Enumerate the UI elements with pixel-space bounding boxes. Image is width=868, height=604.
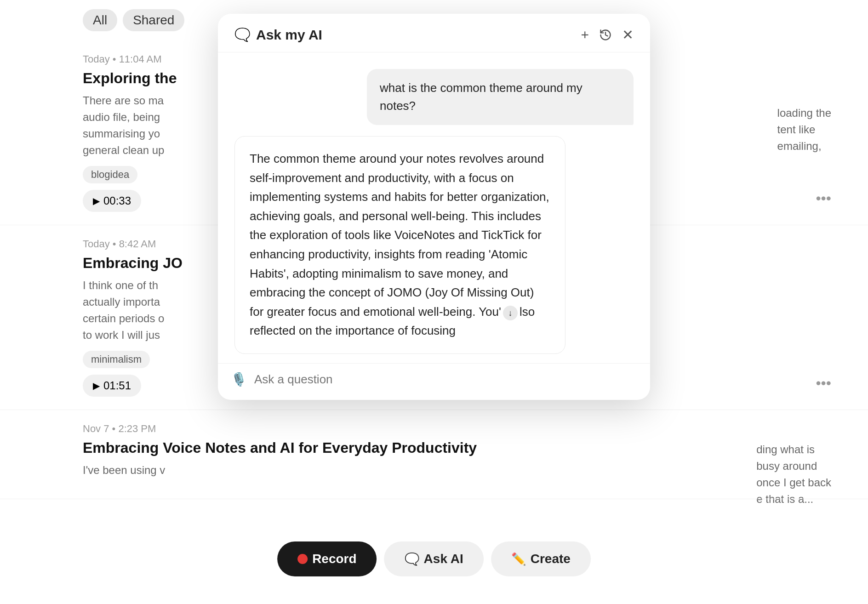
modal-input-area: 🎙️ (218, 363, 650, 400)
chat-area[interactable]: what is the common theme around my notes… (218, 52, 650, 363)
create-icon: ✏️ (511, 552, 526, 566)
note-title-3: Embracing Voice Notes and AI for Everyda… (83, 439, 785, 456)
user-message: what is the common theme around my notes… (367, 69, 634, 125)
bottom-toolbar: Record 🗨️ Ask AI ✏️ Create (277, 541, 591, 576)
note-more-2[interactable]: ••• (816, 375, 831, 392)
close-button[interactable]: ✕ (622, 27, 634, 43)
ai-brain-icon: 🗨️ (234, 27, 251, 42)
note-audio-2[interactable]: ▶ 01:51 (83, 375, 141, 397)
scroll-down-indicator: ↓ (503, 306, 518, 320)
play-icon-2: ▶ (93, 380, 100, 391)
note-tag-blogidea: blogidea (83, 166, 137, 183)
play-icon-1: ▶ (93, 195, 100, 206)
note-preview-3: I've been using v (83, 462, 785, 479)
ai-question-input[interactable] (254, 372, 637, 387)
history-button[interactable] (599, 28, 612, 41)
microphone-icon[interactable]: 🎙️ (231, 372, 247, 387)
ask-ai-button[interactable]: 🗨️ Ask AI (384, 541, 484, 576)
record-button[interactable]: Record (277, 541, 377, 576)
new-chat-button[interactable]: + (581, 27, 589, 43)
create-button[interactable]: ✏️ Create (491, 541, 591, 576)
ai-response: The common theme around your notes revol… (234, 136, 565, 354)
ask-ai-icon: 🗨️ (405, 552, 419, 566)
note-more-1[interactable]: ••• (816, 190, 831, 207)
note-right-text-1: loading thetent likeemailing, (777, 105, 831, 154)
history-icon (599, 28, 612, 41)
tab-shared[interactable]: Shared (123, 9, 184, 31)
note-item-3: Nov 7 • 2:23 PM Embracing Voice Notes an… (0, 410, 868, 499)
tab-all[interactable]: All (83, 9, 117, 31)
note-tag-minimalism: minimalism (83, 351, 150, 368)
note-audio-1[interactable]: ▶ 00:33 (83, 190, 141, 212)
note-meta-3: Nov 7 • 2:23 PM (83, 423, 785, 435)
record-dot-icon (297, 554, 308, 564)
modal-title: 🗨️ Ask my AI (234, 27, 322, 43)
modal-header: 🗨️ Ask my AI + ✕ (218, 14, 650, 52)
modal-actions: + ✕ (581, 27, 634, 43)
ai-modal: 🗨️ Ask my AI + ✕ what is the common them… (218, 14, 650, 400)
